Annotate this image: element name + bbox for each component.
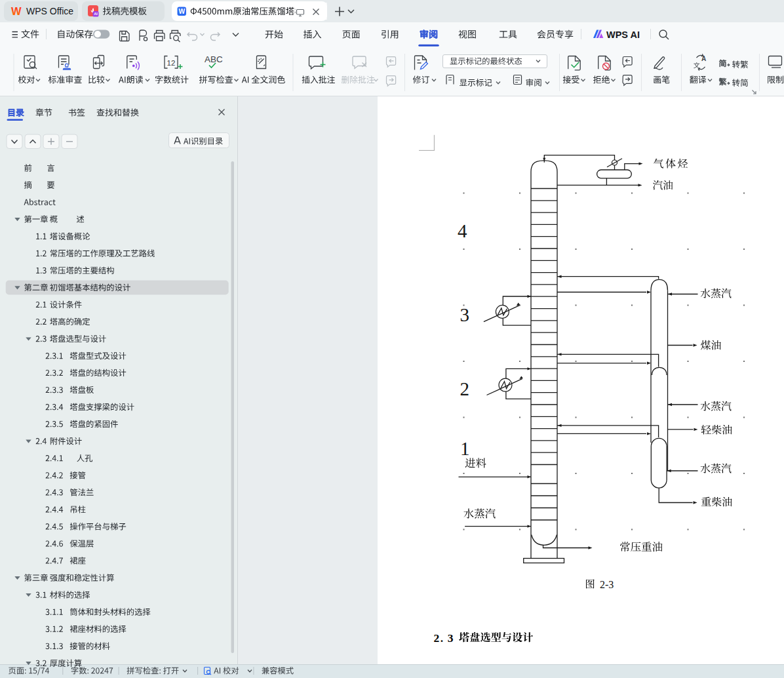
- svg-text:ABC: ABC: [205, 54, 223, 64]
- svg-text:W: W: [11, 5, 22, 17]
- svg-text:AI: AI: [94, 12, 98, 16]
- svg-text:12: 12: [167, 59, 176, 67]
- svg-text:W: W: [178, 8, 185, 15]
